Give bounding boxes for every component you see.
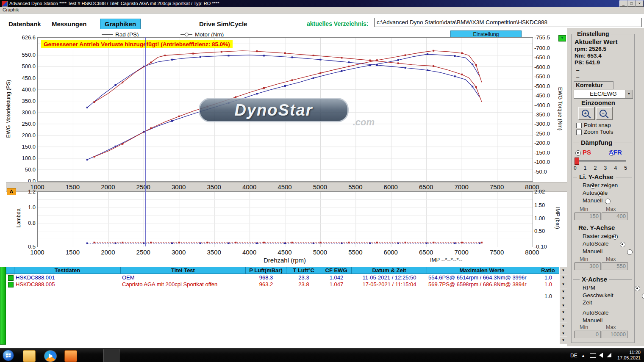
axis-tick: 1000 [25,249,50,256]
axis-tick: 1500 [60,183,85,191]
axis-tick: 3000 [166,183,192,191]
rey-max-field[interactable]: 550 [602,263,628,270]
rey-autoscale-label: AutoScale [583,240,609,247]
axis-tick: 4500 [272,249,297,256]
daempfung-ps-radio[interactable] [575,150,581,156]
start-button[interactable] [3,350,14,361]
directory-input[interactable]: c:\Advanced Dyno Station\data\BMW\X3M Co… [375,18,641,27]
taskbar: DE ▲ 11:20 17.05.2021 [0,348,644,362]
liy-max-field[interactable]: 400 [602,213,628,220]
axis-tick: 2.02 [534,188,545,195]
tray-speaker-icon[interactable] [599,353,603,358]
main-chart-plot: Gemessener Antrieb Verluste hinzugefügt!… [37,37,533,182]
tab-messungen[interactable]: Messungen [52,20,87,28]
axis-tick: 4500 [272,183,297,191]
zoom-in-button[interactable]: + [578,107,595,120]
chart-cursor-line[interactable] [145,37,146,246]
xachse-max-field[interactable]: 10000 [602,331,628,338]
language-indicator[interactable]: DE [570,353,577,359]
orange-app-icon[interactable] [64,350,77,362]
xachse-min-label: Min [580,324,588,330]
current-nm: Nm: 653.4 [575,53,602,59]
scroll-down-button[interactable]: ▼ [559,295,567,302]
table-header-testdaten[interactable]: Testdaten [14,267,121,274]
table-row[interactable]: HSKDC888.005 Capristo AGA mit 200cpi Spo… [6,281,559,288]
scroll-down-button[interactable]: ▼ [559,316,567,323]
axis-tick: 3500 [201,249,227,256]
media-player-icon[interactable] [44,350,57,362]
scroll-down-button[interactable]: ▼ [559,302,567,309]
table-header-cfewg[interactable]: CF EWG [321,267,352,274]
tab-drive-sim[interactable]: Drive Sim/Cycle [199,20,247,28]
tray-monitor-icon[interactable] [590,353,596,358]
axis-tick: 8000 [519,249,545,256]
aktueller-wert-title: Aktueller Wert [575,38,617,45]
table-header-datum[interactable]: Datum & Zeit [352,267,427,274]
table-header-pluft[interactable]: P Luft(mBar) [246,267,286,274]
table-header-ratio[interactable]: Ratio [537,267,559,274]
rey-autoscale-radio[interactable] [620,242,625,247]
scroll-down-button[interactable]: ▼ [559,288,567,296]
cell-cf: 1.042 [321,274,352,281]
axis-tick: -500.0 [534,83,550,89]
scroll-down-button[interactable]: ▼ [559,309,567,316]
table-header-tluft[interactable]: T Luft°C [286,267,321,274]
axis-tick: 1.2 [28,188,36,195]
table-scrollbar[interactable]: ▼▼▼▼▼▼▼▼▼▼▼ [559,267,567,344]
axis-tick: -200.0 [534,140,550,146]
legend-motor-marker-icon [185,33,189,36]
scroll-down-button[interactable]: ▼ [559,281,567,288]
table-row[interactable]: HSKDC888.001 OEM 968.3 23.3 1.042 11-05-… [6,274,559,281]
scroll-down-button[interactable]: ▼ [559,330,567,337]
scroll-down-button[interactable]: ▼ [559,337,567,344]
scroll-down-button[interactable]: ▼ [559,267,567,274]
table-side-strip [0,267,6,345]
table-header: Testdaten Titel Test P Luft(mBar) T Luft… [6,267,559,274]
menu-graphik[interactable]: Graphik [3,7,19,13]
close-button[interactable]: × [636,0,644,7]
zoom-out-button[interactable]: − [596,107,613,120]
daempfung-slider-thumb[interactable] [575,158,579,165]
legend-rad-label: Rad (PS) [115,31,139,38]
current-dash-1: – [576,67,579,73]
tray-network-icon[interactable] [607,353,611,357]
liy-min-field[interactable]: 150 [575,213,601,220]
axis-tick: -150.0 [534,149,550,156]
taskbar-clock[interactable]: 11:20 17.05.2021 [615,350,641,361]
rey-min-field[interactable]: 300 [575,263,601,270]
tab-datenbank[interactable]: Datenbank [8,20,41,28]
table-header-max[interactable]: Maximalen Werte [427,267,537,274]
axis-tick: 2000 [95,183,121,191]
extra-ratio-value: 1.0 [537,293,559,299]
right-axis-title: EWG Torque (Nm) [557,71,563,147]
zoom-tools-checkbox[interactable] [576,130,582,135]
file-explorer-icon[interactable] [23,350,36,362]
xachse-min-field[interactable]: 0 [575,331,601,338]
xachse-rpm-radio[interactable] [635,286,640,291]
einzoomen-title: Einzoomen [581,99,615,106]
xachse-title: X-Achse [580,276,609,283]
axis-tick: 7000 [449,183,474,191]
rey-raster-label: Raster zeigen [583,233,618,239]
minimize-button[interactable]: _ [619,0,627,7]
daempfung-slider[interactable] [575,160,626,162]
window-title: Advanced Dyno Station **** Test # HSKDC8… [9,0,219,7]
tray-expand-icon[interactable]: ▲ [581,354,585,358]
axis-tick: -300.0 [534,121,550,127]
scale-2: 2 [594,165,597,171]
dropdown-arrow-icon[interactable]: ▼ [625,90,633,98]
color-picker-button[interactable]: ▼ [558,35,566,41]
daempfung-scale: 0 1 2 3 4 5 [574,165,627,171]
korrektur-dropdown[interactable]: EEC/EWG ▼ [574,90,633,99]
cell-cf: 1.047 [321,281,352,288]
liy-manuell-radio[interactable] [605,199,611,204]
scroll-down-button[interactable]: ▼ [559,323,567,330]
cell-datum: 17-05-2021 / 11:15:04 [352,281,427,288]
axis-tick: 5000 [307,183,333,191]
scale-1: 1 [584,165,587,171]
scroll-down-button[interactable]: ▼ [559,274,567,282]
point-snap-checkbox[interactable] [576,123,582,128]
maximize-button[interactable]: □ [627,0,636,7]
tab-graphiken[interactable]: Graphiken [100,19,141,29]
table-header-titel[interactable]: Titel Test [121,267,246,274]
